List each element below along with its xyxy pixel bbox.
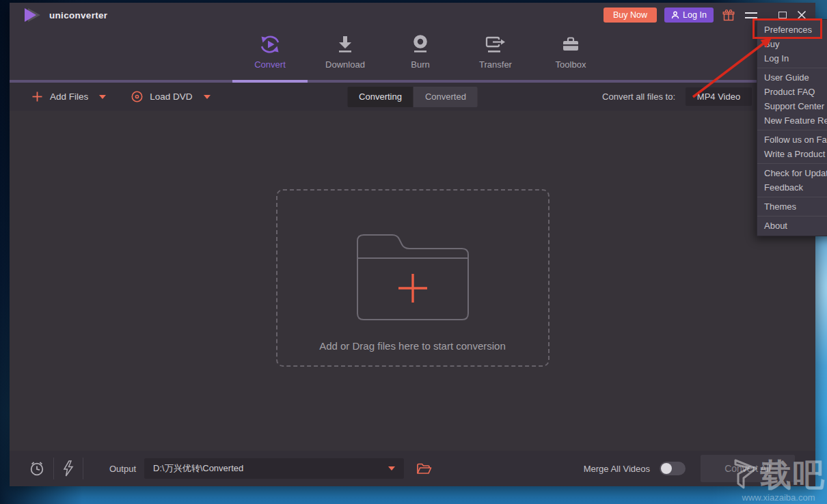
open-output-folder-icon[interactable] [416, 462, 432, 475]
add-files-caret-icon[interactable] [99, 95, 106, 99]
tab-convert[interactable]: Convert [232, 27, 308, 70]
maximize-button[interactable] [778, 12, 787, 18]
folder-plus-icon [352, 226, 474, 322]
add-files-label: Add Files [50, 92, 88, 102]
buy-now-button[interactable]: Buy Now [604, 8, 657, 23]
file-dropzone[interactable]: Add or Drag files here to start conversi… [276, 189, 550, 367]
load-dvd-label: Load DVD [150, 92, 192, 102]
menu-divider [757, 163, 827, 164]
convert-all-files-label: Convert all files to: [602, 92, 675, 102]
menu-item-about[interactable]: About [757, 219, 827, 233]
convert-icon [258, 33, 282, 55]
toolbar: Add Files Load DVD Converting Converted … [10, 83, 815, 111]
add-files-button[interactable]: Add Files [32, 92, 106, 102]
menu-divider [757, 130, 827, 130]
transfer-icon [485, 33, 506, 55]
app-title: uniconverter [49, 10, 107, 20]
high-speed-icon[interactable] [62, 460, 74, 477]
hamburger-menu-icon[interactable] [745, 12, 757, 18]
toolbox-icon [560, 33, 581, 55]
load-dvd-button[interactable]: Load DVD [131, 91, 210, 102]
main-area: Add or Drag files here to start conversi… [10, 111, 815, 451]
menu-item-product-faq[interactable]: Product FAQ [757, 85, 827, 99]
merge-toggle[interactable] [660, 462, 686, 475]
load-dvd-caret-icon[interactable] [204, 95, 211, 99]
tab-burn[interactable]: Burn [383, 27, 458, 70]
app-logo-icon [22, 7, 42, 23]
log-in-button[interactable]: Log In [664, 8, 714, 23]
plus-icon [32, 92, 42, 102]
output-label: Output [109, 464, 136, 474]
tab-convert-label: Convert [254, 59, 286, 70]
menu-divider [757, 68, 827, 68]
output-path-value: D:\万兴优转\Converted [153, 462, 243, 475]
app-window: uniconverter Buy Now Log In [10, 3, 815, 486]
menu-item-log-in[interactable]: Log In [757, 51, 827, 66]
tab-download[interactable]: Download [308, 27, 383, 70]
menu-divider [757, 216, 827, 216]
output-path-select[interactable]: D:\万兴优转\Converted [144, 458, 404, 479]
tab-toolbox-label: Toolbox [556, 59, 586, 70]
hamburger-dropdown-menu: Preferences Buy Log In User Guide Produc… [757, 19, 827, 236]
main-nav: Convert Download Burn [10, 27, 815, 83]
menu-item-themes[interactable]: Themes [757, 199, 827, 214]
tab-burn-label: Burn [411, 59, 429, 70]
divider [53, 458, 54, 479]
tab-download-label: Download [325, 59, 365, 70]
gift-icon[interactable] [722, 10, 735, 21]
tab-converting[interactable]: Converting [347, 87, 414, 107]
bottom-bar: Output D:\万兴优转\Converted Merge All Video… [10, 451, 815, 486]
titlebar: uniconverter Buy Now Log In [10, 3, 815, 27]
output-path-caret-icon[interactable] [388, 466, 395, 471]
menu-item-buy[interactable]: Buy [757, 37, 827, 51]
menu-item-user-guide[interactable]: User Guide [757, 70, 827, 85]
tab-converted[interactable]: Converted [414, 87, 478, 107]
close-button[interactable] [797, 10, 806, 20]
menu-item-support-center[interactable]: Support Center [757, 99, 827, 113]
tab-transfer[interactable]: Transfer [458, 27, 533, 70]
dropzone-hint: Add or Drag files here to start conversi… [277, 340, 548, 352]
tab-toolbox[interactable]: Toolbox [533, 27, 608, 70]
menu-item-write-review[interactable]: Write a Product [757, 147, 827, 161]
queue-tabs: Converting Converted [347, 87, 478, 107]
log-in-label: Log In [683, 10, 707, 20]
burn-icon [411, 33, 430, 55]
menu-item-preferences[interactable]: Preferences [757, 23, 827, 37]
toggle-knob [661, 463, 672, 474]
convert-all-button[interactable]: Convert All [701, 455, 795, 482]
menu-item-check-for-updates[interactable]: Check for Update [757, 166, 827, 180]
schedule-clock-icon[interactable] [29, 460, 45, 477]
user-icon [671, 11, 679, 19]
output-format-select[interactable]: MP4 Video [686, 87, 752, 106]
divider [83, 458, 83, 479]
merge-all-videos-label: Merge All Videos [584, 464, 650, 474]
menu-item-new-feature-request[interactable]: New Feature Re [757, 113, 827, 128]
disc-icon [131, 91, 143, 102]
menu-item-follow-us[interactable]: Follow us on Fac [757, 132, 827, 147]
tab-transfer-label: Transfer [479, 59, 512, 70]
menu-divider [757, 197, 827, 197]
menu-item-feedback[interactable]: Feedback [757, 180, 827, 195]
download-icon [336, 33, 355, 55]
